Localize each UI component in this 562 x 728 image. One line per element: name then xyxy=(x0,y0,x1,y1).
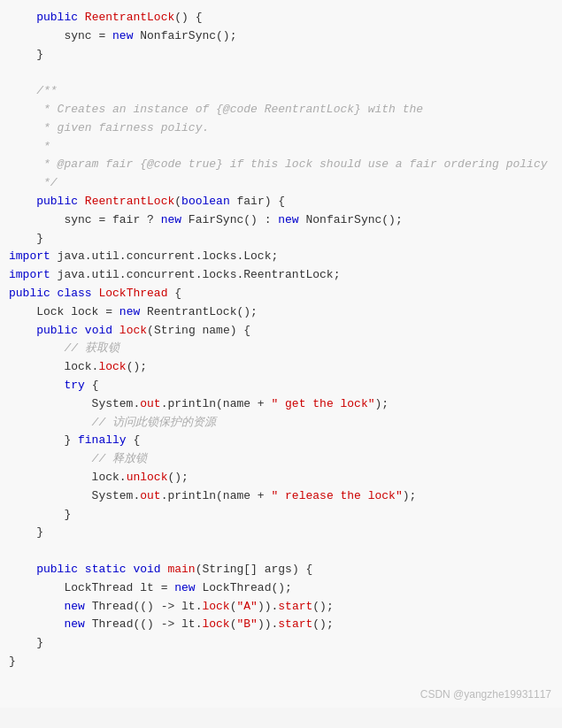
code-line: System.out.println(name + " release the … xyxy=(9,487,553,506)
code-block: public ReentrantLock() { sync = new Nonf… xyxy=(0,9,562,671)
code-line: public static void main(String[] args) { xyxy=(9,561,553,579)
code-line: import java.util.concurrent.locks.Reentr… xyxy=(9,266,553,285)
code-line: // 访问此锁保护的资源 xyxy=(9,414,553,433)
code-line: sync = new NonfairSync(); xyxy=(9,27,553,46)
code-line: } xyxy=(9,230,553,249)
code-line: Lock lock = new ReentrantLock(); xyxy=(9,303,553,322)
code-line: public ReentrantLock(boolean fair) { xyxy=(9,193,553,211)
code-line: new Thread(() -> lt.lock("A")).start(); xyxy=(9,598,553,617)
code-line: public class LockThread { xyxy=(9,285,553,303)
code-container: public ReentrantLock() { sync = new Nonf… xyxy=(0,0,562,708)
code-line: } finally { xyxy=(9,432,553,450)
code-line: import java.util.concurrent.locks.Lock; xyxy=(9,248,553,266)
code-line: // 获取锁 xyxy=(9,340,553,358)
code-line: // 释放锁 xyxy=(9,450,553,469)
code-line: */ xyxy=(9,174,553,193)
code-line: sync = fair ? new FairSync() : new Nonfa… xyxy=(9,211,553,230)
code-line: } xyxy=(9,46,553,65)
code-line: * xyxy=(9,138,553,157)
code-line: try { xyxy=(9,377,553,395)
code-line: } xyxy=(9,634,553,653)
code-line: new Thread(() -> lt.lock("B")).start(); xyxy=(9,616,553,634)
code-line: * given fairness policy. xyxy=(9,119,553,138)
code-line: lock.lock(); xyxy=(9,358,553,377)
code-line: public ReentrantLock() { xyxy=(9,9,553,27)
code-line: } xyxy=(9,524,553,542)
code-line: LockThread lt = new LockThread(); xyxy=(9,579,553,598)
code-line: public void lock(String name) { xyxy=(9,322,553,341)
code-line: * @param fair {@code true} if this lock … xyxy=(9,156,553,174)
footer-text: CSDN @yangzhe19931117 xyxy=(420,688,551,701)
code-line: System.out.println(name + " get the lock… xyxy=(9,395,553,414)
code-line: /** xyxy=(9,82,553,101)
code-line: } xyxy=(9,653,553,671)
code-line: * Creates an instance of {@code Reentran… xyxy=(9,101,553,119)
code-line: lock.unlock(); xyxy=(9,469,553,487)
code-line: } xyxy=(9,506,553,525)
code-line xyxy=(9,64,553,82)
code-line xyxy=(9,542,553,561)
